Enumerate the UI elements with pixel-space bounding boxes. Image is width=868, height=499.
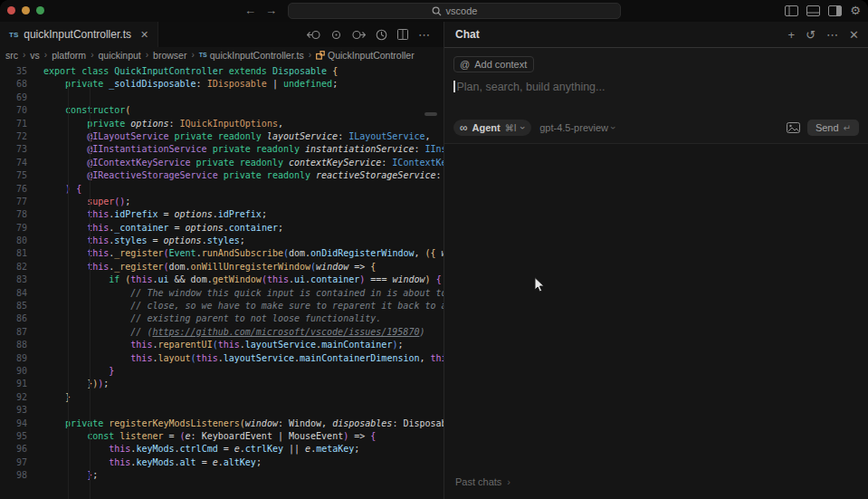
code-line[interactable]: 71 private options: IQuickInputOptions, (0, 118, 444, 130)
close-window-button[interactable] (7, 6, 15, 14)
code-line[interactable]: 79 this._container = options.container; (0, 222, 444, 235)
send-button[interactable]: Send ↵ (807, 120, 859, 136)
more-actions-icon[interactable]: ⋯ (826, 28, 838, 42)
toggle-secondary-sidebar-icon[interactable] (828, 5, 842, 16)
code-line[interactable]: 93 (0, 404, 444, 417)
line-number[interactable]: 96 (0, 443, 27, 456)
line-number[interactable]: 77 (0, 196, 27, 208)
line-number[interactable]: 87 (0, 326, 27, 339)
line-number[interactable]: 70 (0, 104, 27, 117)
new-chat-icon[interactable]: + (788, 28, 796, 42)
attach-image-icon[interactable] (787, 122, 800, 133)
navigate-forward-icon[interactable]: → (265, 3, 277, 19)
code-line[interactable]: 90 } (0, 365, 444, 378)
line-number[interactable]: 91 (0, 378, 27, 390)
line-number[interactable]: 72 (0, 130, 27, 143)
line-number[interactable]: 92 (0, 391, 27, 404)
navigate-back-icon[interactable]: ← (244, 3, 256, 19)
line-number[interactable]: 97 (0, 456, 27, 469)
code-line[interactable]: 92 } (0, 391, 444, 404)
line-number[interactable]: 84 (0, 287, 27, 300)
code-line[interactable]: 80 this.styles = options.styles; (0, 235, 444, 247)
code-line[interactable]: 68 private _solidDisposable: IDisposable… (0, 78, 444, 91)
line-number[interactable]: 90 (0, 365, 27, 378)
line-number[interactable]: 73 (0, 143, 27, 156)
close-icon[interactable]: ✕ (849, 28, 859, 42)
breadcrumb-symbol[interactable]: QuickInputController (316, 50, 415, 61)
line-number[interactable]: 79 (0, 222, 27, 235)
code-line[interactable]: 98 }; (0, 469, 444, 482)
breadcrumb-file[interactable]: TS quickInputController.ts (199, 50, 304, 61)
line-number[interactable]: 83 (0, 273, 27, 286)
nav-back-circle-icon[interactable] (307, 30, 321, 40)
line-number[interactable]: 69 (0, 91, 27, 104)
model-picker[interactable]: gpt-4.5-preview › (539, 122, 615, 133)
code-line[interactable]: 83 if (this.ui && dom.getWindow(this.ui.… (0, 273, 444, 286)
zoom-window-button[interactable] (36, 6, 44, 14)
line-number[interactable]: 98 (0, 469, 27, 482)
line-number[interactable]: 75 (0, 169, 27, 182)
code-area[interactable]: 35export class QuickInputController exte… (0, 62, 444, 499)
code-line[interactable]: 91 })); (0, 378, 444, 390)
command-center-search[interactable]: vscode (288, 3, 621, 19)
code-line[interactable]: 84 // The window this quick input is con… (0, 287, 444, 300)
breadcrumb-quickinput[interactable]: quickinput (98, 50, 140, 61)
code-line[interactable]: 74 @IContextKeyService private readonly … (0, 157, 444, 169)
code-line[interactable]: 97 this.keyMods.alt = e.altKey; (0, 456, 444, 469)
code-line[interactable]: 72 @ILayoutService private readonly layo… (0, 130, 444, 143)
tab-close-icon[interactable]: ✕ (140, 29, 148, 41)
more-actions-icon[interactable]: ⋯ (418, 28, 431, 42)
code-line[interactable]: 78 this.idPrefix = options.idPrefix; (0, 208, 444, 221)
code-line[interactable]: 77 super(); (0, 196, 444, 208)
code-line[interactable]: 89 this.layout(this.layoutService.mainCo… (0, 352, 444, 365)
code-line[interactable]: 94 private registerKeyModsListeners(wind… (0, 417, 444, 430)
code-line[interactable]: 81 this._register(Event.runAndSubscribe(… (0, 247, 444, 260)
line-number[interactable]: 71 (0, 118, 27, 130)
line-number[interactable]: 74 (0, 157, 27, 169)
past-chats-button[interactable]: Past chats › (444, 468, 868, 499)
line-number[interactable]: 82 (0, 261, 27, 273)
split-editor-icon[interactable] (397, 29, 408, 40)
breadcrumb-src[interactable]: src (5, 50, 18, 61)
minimize-window-button[interactable] (22, 6, 30, 14)
line-number[interactable]: 94 (0, 417, 27, 430)
code-line[interactable]: 76 ) { (0, 183, 444, 196)
line-number[interactable]: 81 (0, 247, 27, 260)
breadcrumb-vs[interactable]: vs (30, 50, 40, 61)
chat-input-box[interactable]: @ Add context Plan, search, build anythi… (444, 47, 868, 144)
code-line[interactable]: 82 this._register(dom.onWillUnregisterWi… (0, 261, 444, 273)
line-number[interactable]: 86 (0, 312, 27, 325)
toggle-primary-sidebar-icon[interactable] (785, 5, 798, 16)
line-number[interactable]: 68 (0, 78, 27, 91)
circle-icon[interactable] (331, 30, 341, 40)
code-line[interactable]: 88 this.reparentUI(this.layoutService.ma… (0, 339, 444, 351)
chat-text-input[interactable]: Plan, search, build anything... (453, 81, 859, 114)
toggle-panel-icon[interactable] (806, 5, 820, 16)
code-line[interactable]: 69 (0, 91, 444, 104)
line-number[interactable]: 78 (0, 208, 27, 221)
settings-gear-icon[interactable]: ⚙ (850, 4, 861, 17)
line-number[interactable]: 93 (0, 404, 27, 417)
history-icon[interactable]: ↺ (806, 28, 816, 42)
line-number[interactable]: 89 (0, 352, 27, 365)
line-number[interactable]: 80 (0, 235, 27, 247)
code-line[interactable]: 35export class QuickInputController exte… (0, 65, 444, 78)
line-number[interactable]: 95 (0, 430, 27, 443)
breadcrumb-browser[interactable]: browser (153, 50, 186, 61)
tab-quickinputcontroller[interactable]: TS quickInputController.ts ✕ (0, 22, 158, 47)
line-number[interactable]: 88 (0, 339, 27, 351)
code-line[interactable]: 95 const listener = (e: KeyboardEvent | … (0, 430, 444, 443)
code-line[interactable]: 85 // close, so we have to make sure to … (0, 300, 444, 312)
run-recent-icon[interactable] (376, 29, 387, 41)
scrollbar-thumb[interactable] (424, 112, 437, 116)
line-number[interactable]: 35 (0, 65, 27, 78)
code-line[interactable]: 75 @IReactiveStorageService private read… (0, 169, 444, 182)
line-number[interactable]: 85 (0, 300, 27, 312)
line-number[interactable]: 76 (0, 183, 27, 196)
code-line[interactable]: 73 @IInstantiationService private readon… (0, 143, 444, 156)
code-line[interactable]: 87 // (https://github.com/microsoft/vsco… (0, 326, 444, 339)
nav-forward-circle-icon[interactable] (351, 30, 366, 40)
agent-mode-picker[interactable]: ∞ Agent ⌘I › (453, 120, 531, 136)
code-line[interactable]: 86 // existing parent to not loose funct… (0, 312, 444, 325)
breadcrumb-platform[interactable]: platform (52, 50, 86, 61)
